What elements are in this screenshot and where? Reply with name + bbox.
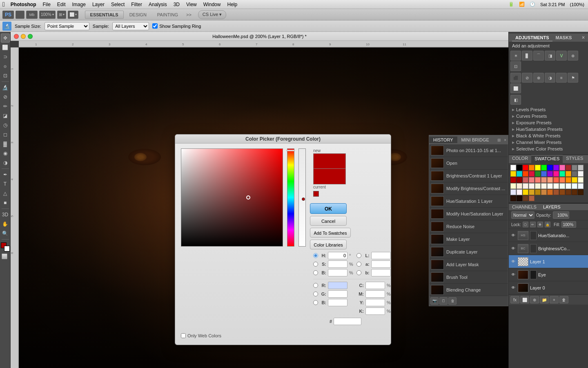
color-libraries-button[interactable]: Color Libraries <box>310 240 347 249</box>
swatch-item[interactable] <box>529 195 535 201</box>
layer-brightness[interactable]: 👁 BC Brightness/Co... <box>509 242 588 255</box>
swatch-item[interactable] <box>541 171 547 177</box>
opacity-input[interactable] <box>553 211 569 219</box>
adj-icon-exposure[interactable]: ◨ <box>545 51 555 61</box>
standard-mode[interactable] <box>2 254 7 259</box>
swatch-item[interactable] <box>572 177 577 183</box>
paths-tab[interactable]: PATHS <box>586 155 588 163</box>
history-item-mbc[interactable]: Modify Brightness/Contrast ... <box>429 182 508 195</box>
masks-tab[interactable]: MASKS <box>552 34 575 41</box>
swatch-item[interactable] <box>529 183 535 189</box>
swatch-item[interactable] <box>566 171 571 177</box>
a-radio[interactable] <box>356 262 361 267</box>
menu-select[interactable]: Select <box>108 1 128 8</box>
layer-hue-sat[interactable]: 👁 HS Hue/Saturatio... <box>509 229 588 242</box>
new-layer-btn[interactable]: + <box>550 296 559 303</box>
h-input[interactable]: 0 <box>328 252 347 259</box>
swatch-item[interactable] <box>541 165 547 171</box>
swatch-item[interactable] <box>559 189 565 195</box>
swatch-item[interactable] <box>535 177 541 183</box>
menu-help[interactable]: Help <box>224 1 241 8</box>
adj-icon-posterize[interactable]: ≡ <box>556 73 567 83</box>
swatch-item[interactable] <box>559 183 565 189</box>
channels-tab[interactable]: CHANNELS <box>509 204 540 210</box>
swatch-item[interactable] <box>529 189 535 195</box>
minimize-button[interactable] <box>21 34 26 39</box>
mini-bridge-tab[interactable]: MINI BRIDGE <box>457 137 493 143</box>
b-rgb-input[interactable]: 0 <box>328 299 347 306</box>
show-ring-checkbox[interactable] <box>152 23 158 29</box>
lock-position-btn[interactable]: ✥ <box>537 222 543 227</box>
layer-1[interactable]: 👁 Layer 1 <box>509 255 588 268</box>
swatch-item[interactable] <box>535 183 541 189</box>
history-item-dl[interactable]: Duplicate Layer <box>429 246 508 258</box>
layer-0[interactable]: 👁 Layer 0 <box>509 281 588 294</box>
swatch-item[interactable] <box>510 183 516 189</box>
blab-radio[interactable] <box>356 270 361 275</box>
swatch-item[interactable] <box>559 165 565 171</box>
history-source-item[interactable]: Photo on 2011-10-15 at 1... <box>429 144 508 157</box>
gradient-tool[interactable]: ▓ <box>1 139 10 148</box>
swatch-item[interactable] <box>566 165 571 171</box>
adj-icon-vibrance[interactable]: V <box>556 51 567 61</box>
adj-icon-photo-filter[interactable]: ⊘ <box>522 73 532 83</box>
swatch-item[interactable] <box>529 177 535 183</box>
menu-file[interactable]: File <box>40 1 54 8</box>
cancel-button[interactable]: Cancel <box>310 216 347 226</box>
menu-filter[interactable]: Filter <box>128 1 145 8</box>
s-input[interactable]: 100 <box>328 260 347 268</box>
swatch-item[interactable] <box>517 171 522 177</box>
hex-input[interactable]: b30000 <box>334 318 361 325</box>
history-item-bt1[interactable]: Brush Tool <box>429 271 508 284</box>
more-workspaces[interactable]: >> <box>184 11 194 18</box>
menu-window[interactable]: Window <box>200 1 224 8</box>
tool-preset[interactable] <box>16 11 24 19</box>
swatch-item[interactable] <box>553 165 559 171</box>
swatch-item[interactable] <box>553 189 559 195</box>
swatch-item[interactable] <box>523 189 528 195</box>
swatch-item[interactable] <box>529 165 535 171</box>
swatch-item[interactable] <box>578 171 584 177</box>
swatch-item[interactable] <box>559 177 565 183</box>
zoom-tool[interactable]: 🔍 <box>1 229 10 238</box>
adj-icon-threshold[interactable]: ⚑ <box>568 73 578 83</box>
sample-size-select[interactable]: Point Sample 3 by 3 Average 5 by 5 Avera… <box>45 22 89 30</box>
screen-mode-control[interactable]: ⬜ ▾ <box>68 11 78 19</box>
menu-photoshop[interactable]: Photoshop <box>7 1 40 8</box>
menu-analysis[interactable]: Analysis <box>145 1 170 8</box>
swatch-item[interactable] <box>541 183 547 189</box>
history-close-btn[interactable]: × <box>502 138 508 142</box>
delete-layer-btn[interactable]: 🗑 <box>559 296 568 303</box>
swatch-item[interactable] <box>566 189 571 195</box>
history-expand-btn[interactable]: ⊞ <box>496 138 502 142</box>
swatch-item[interactable] <box>541 189 547 195</box>
swatch-item[interactable] <box>523 171 528 177</box>
adj-icon-color-balance[interactable]: ⊡ <box>510 61 521 71</box>
adj-icon-invert[interactable]: ◑ <box>545 73 555 83</box>
swatch-item[interactable] <box>510 177 516 183</box>
adj-preset-curves[interactable]: ▶Curves Presets <box>509 113 588 119</box>
blur-tool[interactable]: ◉ <box>1 149 10 158</box>
history-item-alm[interactable]: Add Layer Mask <box>429 258 508 271</box>
marquee-tool[interactable]: ⬜ <box>1 43 10 52</box>
path-select-tool[interactable]: △ <box>1 189 10 198</box>
clone-stamp-tool[interactable]: ◪ <box>1 111 10 120</box>
show-ring-label[interactable]: Show Sampling Ring <box>152 23 201 29</box>
layer-brightness-eye[interactable]: 👁 <box>510 246 516 251</box>
delete-state-btn[interactable]: 🗑 <box>448 297 457 305</box>
essentials-tab[interactable]: ESSENTIALS <box>85 11 124 19</box>
swatch-item[interactable] <box>517 165 522 171</box>
swatch-item[interactable] <box>510 165 516 171</box>
adj-icon-channel-mix[interactable]: ⊗ <box>533 73 544 83</box>
swatch-item[interactable] <box>523 165 528 171</box>
adj-layer-btn[interactable]: ⊕ <box>530 296 539 303</box>
swatch-item[interactable] <box>547 177 553 183</box>
blend-mode-select[interactable]: Normal Multiply Screen Overlay <box>511 211 535 219</box>
swatch-item[interactable] <box>523 183 528 189</box>
menu-3d[interactable]: 3D <box>170 1 183 8</box>
adj-icon-brightness[interactable]: ☀ <box>510 51 521 61</box>
spot-heal-tool[interactable]: ⊘ <box>1 92 10 101</box>
color-picker-dialog[interactable]: Color Picker (Foreground Color) new <box>175 134 391 345</box>
adj-preset-exposure[interactable]: ▶Exposure Presets <box>509 119 588 126</box>
group-layer-btn[interactable]: 📁 <box>540 296 549 303</box>
